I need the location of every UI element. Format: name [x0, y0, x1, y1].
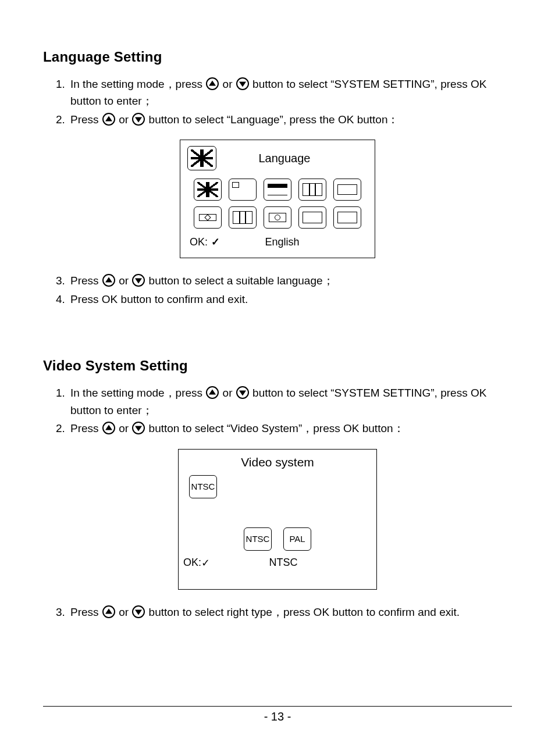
- language-step-1: In the setting mode，press or button to s…: [70, 76, 512, 110]
- flag-option-pt[interactable]: [264, 206, 291, 229]
- flag-option-fr[interactable]: [298, 179, 326, 201]
- video-step-1: In the setting mode，press or button to s…: [70, 384, 512, 419]
- language-screen-title: Language: [201, 152, 368, 165]
- video-steps-cont: 3. Press or button to select right type，…: [43, 604, 512, 621]
- language-step-2: Press or button to select “Language”, pr…: [70, 111, 512, 128]
- section-heading-language: Language Setting: [43, 49, 512, 65]
- video-step-2: Press or button to select “Video System”…: [70, 420, 512, 437]
- flag-option-de[interactable]: [264, 179, 291, 201]
- up-arrow-icon: [206, 386, 219, 399]
- down-arrow-icon: [132, 274, 145, 287]
- section-heading-video: Video System Setting: [43, 358, 512, 374]
- video-system-screen: Video system NTSC NTSC PAL OK: ✓ NTSC: [178, 449, 377, 590]
- selected-video-system: NTSC: [198, 557, 368, 569]
- page-footer: - 13 -: [43, 706, 512, 723]
- down-arrow-icon: [132, 113, 145, 126]
- current-language-flag-icon: [187, 146, 216, 170]
- video-step-3: Press or button to select right type，pre…: [70, 604, 512, 621]
- flag-option-es[interactable]: [298, 206, 326, 229]
- page-number: - 13 -: [43, 710, 512, 723]
- up-arrow-icon: [102, 113, 115, 126]
- flag-option-ru[interactable]: [333, 206, 361, 229]
- flag-option-br[interactable]: [194, 206, 222, 229]
- language-steps-list: 1. In the setting mode，press or button t…: [43, 76, 512, 128]
- language-steps-cont: 3. Press or button to select a suitable …: [43, 272, 512, 308]
- current-video-system-tile: NTSC: [189, 475, 217, 498]
- down-arrow-icon: [132, 422, 145, 434]
- selected-language: English: [199, 236, 365, 248]
- language-step-3: Press or button to select a suitable lan…: [70, 272, 512, 289]
- flag-option-it[interactable]: [229, 206, 257, 229]
- flag-option-uk[interactable]: [194, 179, 222, 201]
- language-screen: Language OK: ✓ English: [180, 140, 375, 258]
- flag-option-jp[interactable]: [229, 179, 257, 201]
- language-step-4: Press OK button to confirm and exit.: [70, 291, 512, 308]
- video-steps-list: 1. In the setting mode，press or button t…: [43, 384, 512, 437]
- down-arrow-icon: [236, 77, 249, 90]
- video-option-pal[interactable]: PAL: [283, 527, 311, 551]
- down-arrow-icon: [132, 605, 145, 618]
- video-option-ntsc[interactable]: NTSC: [244, 527, 272, 551]
- down-arrow-icon: [236, 386, 249, 399]
- video-screen-title: Video system: [187, 455, 368, 469]
- flag-option-nl[interactable]: [333, 179, 361, 201]
- up-arrow-icon: [102, 422, 115, 434]
- up-arrow-icon: [102, 605, 115, 618]
- up-arrow-icon: [206, 77, 219, 90]
- up-arrow-icon: [102, 274, 115, 287]
